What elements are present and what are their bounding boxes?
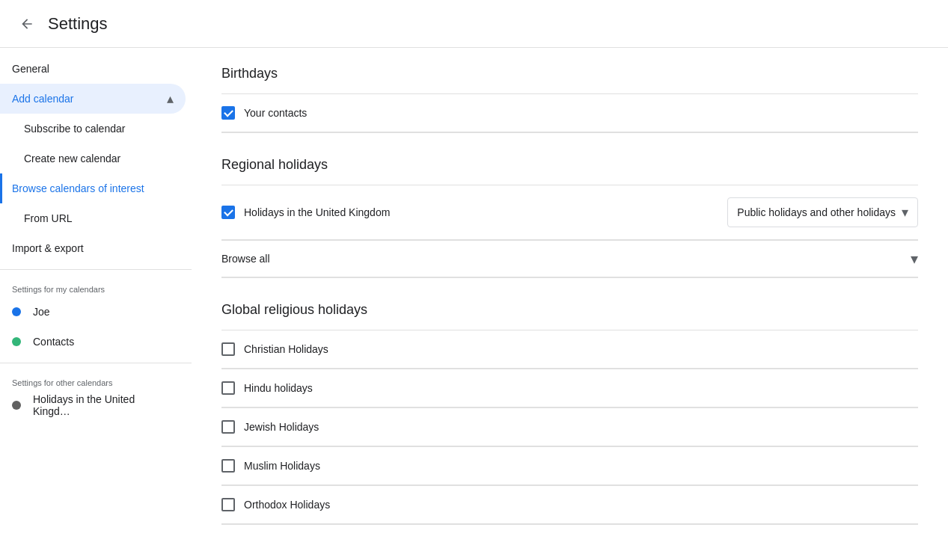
regional-holidays-row: Holidays in the United Kingdom Public ho… [221,185,918,240]
sidebar: General Add calendar ▴ Subscribe to cale… [0,48,192,560]
regional-holidays-title: Regional holidays [221,157,918,173]
sidebar-item-from-url[interactable]: From URL [0,203,186,233]
sidebar-item-create-label: Create new calendar [24,153,120,164]
birthdays-title: Birthdays [221,66,918,81]
sidebar-divider-2 [0,363,192,363]
sidebar-item-create[interactable]: Create new calendar [0,144,186,173]
joe-color-dot [12,307,21,316]
hindu-holidays-row: Hindu holidays [221,369,918,407]
dropdown-arrow-icon: ▾ [902,204,908,221]
hindu-checkbox[interactable] [221,381,235,395]
birthdays-section: Birthdays Your contacts [221,66,918,133]
uk-holidays-checkbox-container[interactable]: Holidays in the United Kingdom [221,206,727,219]
sidebar-divider-1 [0,269,192,270]
other-calendars-section-title: Settings for other calendars [0,369,192,390]
sidebar-item-from-url-label: From URL [24,212,73,224]
orthodox-label: Orthodox Holidays [244,499,918,511]
sidebar-item-subscribe[interactable]: Subscribe to calendar [0,114,186,144]
your-contacts-checkbox-container[interactable]: Your contacts [221,106,918,120]
uk-holidays-checkbox[interactable] [221,206,235,219]
sidebar-item-general-label: General [12,63,49,75]
sidebar-item-general[interactable]: General [0,54,186,84]
collapse-icon: ▴ [167,90,174,107]
main-layout: General Add calendar ▴ Subscribe to cale… [0,48,948,560]
sidebar-item-import-export-label: Import & export [12,242,84,254]
birthdays-bottom-divider [221,132,918,133]
sidebar-item-browse-label: Browse calendars of interest [12,182,144,194]
sidebar-item-uk-holidays[interactable]: Holidays in the United Kingd… [0,390,186,420]
sidebar-item-import-export[interactable]: Import & export [0,233,186,263]
header: Settings [0,0,948,48]
browse-all-expand-icon: ▾ [911,250,918,268]
contacts-color-dot [12,337,21,346]
main-content: Birthdays Your contacts Regional holiday… [192,48,948,560]
sidebar-item-browse[interactable]: Browse calendars of interest [0,173,186,203]
sidebar-item-subscribe-label: Subscribe to calendar [24,123,125,135]
muslim-checkbox[interactable] [221,459,235,473]
christian-checkbox[interactable] [221,342,235,356]
muslim-label: Muslim Holidays [244,460,918,472]
jewish-checkbox[interactable] [221,420,235,434]
hindu-checkbox-container[interactable]: Hindu holidays [221,381,918,395]
hindu-label: Hindu holidays [244,382,918,394]
sidebar-item-contacts-label: Contacts [33,336,74,348]
global-religious-title: Global religious holidays [221,302,918,318]
regional-holidays-section: Regional holidays Holidays in the United… [221,157,918,278]
page-title: Settings [48,14,108,34]
orthodox-checkbox[interactable] [221,498,235,511]
sidebar-item-add-calendar[interactable]: Add calendar ▴ [0,84,186,114]
orthodox-holidays-row: Orthodox Holidays [221,486,918,524]
birthdays-row: Your contacts [221,94,918,132]
your-contacts-checkbox[interactable] [221,106,235,120]
sidebar-item-joe-label: Joe [33,306,50,318]
sidebar-item-contacts[interactable]: Contacts [0,327,186,357]
jewish-holidays-row: Jewish Holidays [221,408,918,446]
my-calendars-section-title: Settings for my calendars [0,276,192,297]
uk-holidays-row-label: Holidays in the United Kingdom [244,206,727,218]
orthodox-checkbox-container[interactable]: Orthodox Holidays [221,498,918,511]
christian-holidays-row: Christian Holidays [221,330,918,369]
holiday-type-dropdown-label: Public holidays and other holidays [737,206,896,218]
christian-checkbox-container[interactable]: Christian Holidays [221,342,918,356]
regional-divider-bottom [221,277,918,278]
sidebar-item-uk-holidays-label: Holidays in the United Kingd… [33,393,174,417]
jewish-label: Jewish Holidays [244,421,918,433]
sidebar-item-add-calendar-label: Add calendar [12,93,74,105]
holiday-type-dropdown[interactable]: Public holidays and other holidays ▾ [727,197,918,227]
orthodox-divider [221,524,918,525]
your-contacts-label: Your contacts [244,107,918,119]
browse-all-label: Browse all [221,253,270,265]
sidebar-sub-items: Subscribe to calendar Create new calenda… [0,114,192,233]
muslim-checkbox-container[interactable]: Muslim Holidays [221,459,918,473]
back-button[interactable] [12,9,42,39]
muslim-holidays-row: Muslim Holidays [221,447,918,485]
browse-all-row[interactable]: Browse all ▾ [221,241,918,277]
uk-holidays-color-dot [12,401,21,410]
christian-label: Christian Holidays [244,343,918,355]
jewish-checkbox-container[interactable]: Jewish Holidays [221,420,918,434]
sidebar-item-joe[interactable]: Joe [0,297,186,327]
global-religious-section: Global religious holidays Christian Holi… [221,302,918,525]
